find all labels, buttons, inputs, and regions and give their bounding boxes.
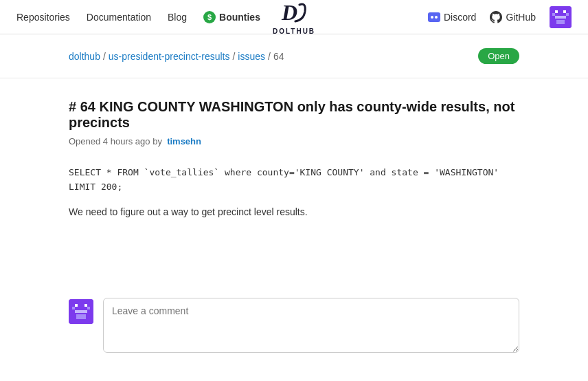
svg-rect-1: [428, 12, 440, 22]
navbar: Repositories Documentation Blog $ Bounti…: [0, 0, 588, 34]
discord-icon: [428, 12, 440, 22]
breadcrumb-issue-number: 64: [273, 51, 284, 62]
svg-rect-20: [74, 316, 76, 319]
comment-user-avatar: [69, 299, 93, 324]
issue-meta: Opened 4 hours ago by timsehn: [69, 136, 519, 146]
github-label: GitHub: [506, 12, 536, 23]
bounties-icon: $: [203, 11, 216, 23]
comment-section: [0, 284, 588, 375]
issue-author[interactable]: timsehn: [167, 136, 201, 146]
github-icon: [490, 11, 502, 23]
status-badge: Open: [478, 48, 519, 64]
nav-github[interactable]: GitHub: [490, 11, 536, 23]
breadcrumb-bar: dolthub / us-president-precinct-results …: [0, 34, 588, 78]
issue-meta-prefix: Opened 4 hours ago by: [69, 136, 162, 146]
svg-rect-17: [87, 307, 90, 309]
svg-rect-14: [75, 304, 78, 307]
nav-repositories[interactable]: Repositories: [16, 12, 70, 23]
svg-rect-15: [84, 304, 87, 307]
dolthub-logo-text: DOLTHUB: [273, 28, 315, 35]
breadcrumb-repo[interactable]: us-president-precinct-results: [109, 51, 230, 62]
issue-title: # 64 KING COUNTY WASHINGTON only has cou…: [69, 99, 519, 131]
svg-point-3: [435, 16, 438, 19]
svg-rect-12: [565, 21, 567, 24]
nav-documentation[interactable]: Documentation: [87, 12, 151, 23]
avatar-image: [550, 6, 572, 28]
breadcrumb-issues[interactable]: issues: [238, 51, 265, 62]
svg-rect-7: [552, 13, 555, 16]
breadcrumb: dolthub / us-president-precinct-results …: [69, 51, 284, 62]
comment-avatar-image: [69, 299, 93, 324]
discord-label: Discord: [444, 12, 476, 23]
comment-input-wrap: [103, 298, 519, 355]
breadcrumb-sep1: /: [103, 51, 106, 62]
svg-rect-19: [76, 314, 86, 319]
issue-content: # 64 KING COUNTY WASHINGTON only has cou…: [0, 78, 588, 243]
bounties-label: Bounties: [219, 12, 260, 23]
user-avatar[interactable]: [550, 6, 572, 28]
svg-rect-6: [563, 10, 566, 13]
svg-point-2: [431, 16, 433, 19]
svg-rect-5: [555, 10, 558, 13]
svg-rect-8: [566, 13, 569, 16]
svg-rect-16: [72, 307, 75, 309]
breadcrumb-sep2: /: [232, 51, 235, 62]
issue-body: SELECT * FROM `vote_tallies` where count…: [69, 166, 519, 219]
nav-bounties[interactable]: $ Bounties: [203, 11, 260, 23]
nav-right: Discord GitHub: [428, 6, 572, 28]
issue-body-text: We need to figure out a way to get preci…: [69, 204, 519, 219]
nav-left: Repositories Documentation Blog $ Bounti…: [16, 11, 260, 23]
comment-button-row: Comment: [0, 375, 588, 381]
comment-textarea[interactable]: [103, 298, 519, 353]
issue-code-block: SELECT * FROM `vote_tallies` where count…: [69, 166, 519, 195]
nav-logo: D DOLTHUB: [273, 0, 315, 35]
nav-discord[interactable]: Discord: [428, 12, 476, 23]
nav-blog[interactable]: Blog: [168, 12, 187, 23]
svg-rect-10: [556, 20, 565, 24]
svg-rect-9: [555, 16, 566, 19]
breadcrumb-org[interactable]: dolthub: [69, 51, 100, 62]
breadcrumb-sep3: /: [268, 51, 271, 62]
svg-rect-21: [86, 316, 89, 319]
svg-rect-18: [75, 310, 87, 313]
svg-rect-11: [554, 21, 556, 24]
dolthub-logo-icon: D: [280, 0, 308, 28]
